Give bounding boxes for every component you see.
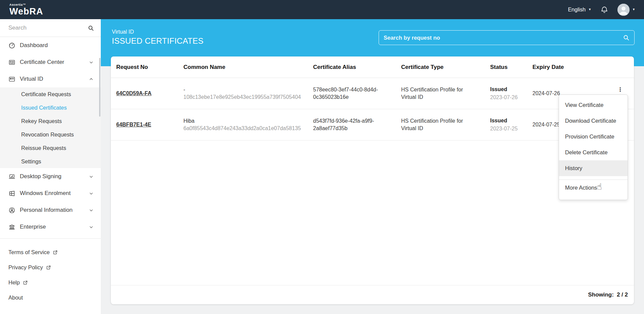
terms-of-service-link[interactable]: Terms of Service: [0, 245, 101, 260]
bank-building-icon: [8, 224, 15, 231]
status-badge: Issued: [490, 117, 521, 124]
request-search: [379, 30, 635, 45]
column-header-expiry-date: Expiry Date: [527, 64, 609, 71]
footer-link-label: Help: [8, 279, 20, 286]
certificate-alias-cell: 578eec80-3ef7-44c0-8d4d-0c365023b16e: [308, 82, 396, 105]
table-row: 64BFB7E1-4E Hiba 6a0f85543c4d874e243a33d…: [111, 109, 634, 141]
common-name: Hiba: [183, 117, 302, 125]
brand-ascertia: Ascertia™: [9, 3, 43, 6]
sidebar-item-label: Personal Information: [20, 207, 73, 213]
status-date: 2023-07-25: [490, 125, 521, 132]
sidebar-item-dashboard[interactable]: Dashboard: [0, 37, 101, 54]
chevron-down-icon: [89, 174, 93, 179]
about-link[interactable]: About: [0, 290, 101, 305]
windows-icon: [8, 190, 15, 197]
column-header-certificate-type: Certificate Type: [396, 64, 485, 71]
showing-value: 2 / 2: [617, 291, 628, 298]
sidebar-item-personal-information[interactable]: Personal Information: [0, 202, 101, 219]
person-circle-icon: [8, 207, 15, 214]
external-link-icon: [46, 265, 51, 270]
sidebar-item-settings[interactable]: Settings: [0, 155, 101, 168]
sidebar-item-label: Virtual ID: [20, 76, 43, 82]
topbar-right: English ▼ ▼: [568, 4, 635, 16]
column-header-certificate-alias: Certificate Alias: [308, 64, 396, 71]
chevron-down-icon: [89, 225, 93, 229]
request-no-cell: 64BFB7E1-4E: [111, 117, 178, 132]
language-selector[interactable]: English ▼: [568, 7, 591, 13]
table-row: 64C0D59A-FA - 108c13ebe17e8e925eb43ec199…: [111, 78, 634, 109]
request-no-link[interactable]: 64C0D59A-FA: [116, 90, 152, 96]
help-link[interactable]: Help: [0, 275, 101, 290]
sidebar-item-reissue-requests[interactable]: Reissue Requests: [0, 141, 101, 155]
sidebar-scrollbar[interactable]: [99, 58, 100, 117]
common-name-hash: 108c13ebe17e8e925eb43ec19955a739f7505404: [183, 93, 302, 101]
status-cell: Issued 2023-07-25: [485, 113, 527, 136]
virtual-id-card-icon: [8, 76, 15, 83]
sidebar-item-label: Windows Enrolment: [20, 190, 71, 197]
sidebar-footer: Terms of Service Privacy Policy Help Abo…: [0, 239, 101, 305]
column-header-status: Status: [485, 64, 527, 71]
request-search-input[interactable]: [379, 31, 623, 45]
certificate-type-cell: HS Certification Profile for Virtual ID: [396, 113, 485, 136]
sidebar-item-rekey-requests[interactable]: Rekey Requests: [0, 114, 101, 128]
menu-item-view-certificate[interactable]: View Certificate: [559, 97, 628, 113]
menu-item-history[interactable]: History: [559, 160, 628, 176]
sub-item-label: Issued Certificates: [21, 105, 67, 111]
external-link-icon: [23, 280, 28, 285]
request-no-link[interactable]: 64BFB7E1-4E: [116, 122, 151, 127]
topbar: Ascertia™ WebRA English ▼ ▼: [0, 0, 644, 19]
search-icon[interactable]: [623, 34, 630, 41]
sidebar-item-certificate-requests[interactable]: Certificate Requests: [0, 87, 101, 101]
chevron-down-icon: ▼: [632, 8, 635, 11]
chevron-down-icon: ▼: [588, 8, 591, 11]
table-header-row: Request No Common Name Certificate Alias…: [111, 56, 634, 78]
avatar: [617, 4, 630, 16]
column-header-request-no: Request No: [111, 64, 178, 71]
menu-item-provision-certificate[interactable]: Provision Certificate: [559, 129, 628, 145]
request-no-cell: 64C0D59A-FA: [111, 86, 178, 101]
common-name-cell: - 108c13ebe17e8e925eb43ec19955a739f75054…: [178, 82, 308, 105]
row-actions-menu: View Certificate Download Certificate Pr…: [559, 94, 628, 200]
certificate-type-cell: HS Certification Profile for Virtual ID: [396, 82, 485, 105]
notifications-bell-icon[interactable]: [600, 5, 609, 14]
user-menu[interactable]: ▼: [617, 4, 635, 16]
brand-logo[interactable]: Ascertia™ WebRA: [9, 3, 43, 16]
sidebar-item-label: Dashboard: [20, 42, 48, 49]
desktop-signing-icon: [8, 173, 15, 180]
sub-item-label: Certificate Requests: [21, 91, 71, 97]
chevron-up-icon: [89, 77, 93, 81]
sub-item-label: Settings: [21, 158, 41, 165]
sidebar: Dashboard Certificate Center Virtual ID …: [0, 19, 101, 314]
search-icon[interactable]: [88, 25, 94, 31]
common-name-cell: Hiba 6a0f85543c4d874e243a33dd2a0ca1e07da…: [178, 113, 308, 136]
chevron-down-icon: [89, 191, 93, 196]
sidebar-item-label: Enterprise: [20, 224, 46, 230]
menu-item-more-actions[interactable]: More Actions: [559, 180, 628, 196]
sidebar-item-enterprise[interactable]: Enterprise: [0, 219, 101, 235]
page-title: ISSUED CERTIFICATES: [112, 36, 204, 46]
sidebar-item-revocation-requests[interactable]: Revocation Requests: [0, 128, 101, 141]
sidebar-item-certificate-center[interactable]: Certificate Center: [0, 54, 101, 71]
dashboard-gauge-icon: [8, 42, 15, 49]
sub-item-label: Rekey Requests: [21, 118, 62, 124]
sidebar-item-windows-enrolment[interactable]: Windows Enrolment: [0, 185, 101, 202]
footer-link-label: Terms of Service: [8, 249, 50, 256]
sidebar-item-issued-certificates[interactable]: Issued Certificates: [0, 101, 101, 114]
menu-item-download-certificate[interactable]: Download Certificate: [559, 113, 628, 129]
external-link-icon: [53, 250, 58, 255]
sidebar-item-desktop-signing[interactable]: Desktop Signing: [0, 168, 101, 185]
menu-item-delete-certificate[interactable]: Delete Certificate: [559, 145, 628, 160]
common-name: -: [183, 86, 302, 93]
certificate-card-icon: [8, 59, 15, 66]
column-header-common-name: Common Name: [178, 64, 308, 71]
webra-app: Ascertia™ WebRA English ▼ ▼: [0, 0, 644, 314]
sidebar-search-input[interactable]: [0, 19, 101, 37]
sidebar-item-label: Desktop Signing: [20, 173, 61, 180]
sub-item-label: Revocation Requests: [21, 131, 74, 138]
privacy-policy-link[interactable]: Privacy Policy: [0, 260, 101, 275]
chevron-down-icon: [89, 208, 93, 212]
user-silhouette-icon: [617, 4, 630, 16]
chevron-down-icon: [89, 60, 93, 65]
common-name-hash: 6a0f85543c4d874e243a33dd2a0ca1e07da58135: [183, 125, 302, 132]
sidebar-item-virtual-id[interactable]: Virtual ID: [0, 71, 101, 87]
